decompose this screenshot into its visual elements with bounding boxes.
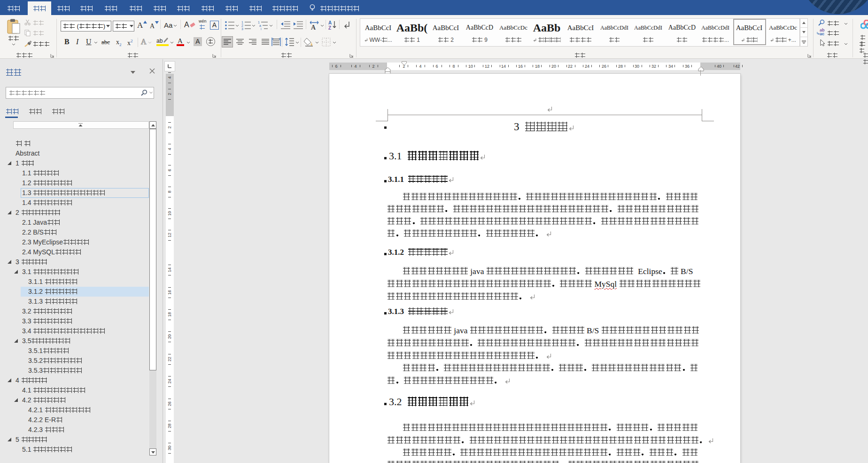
svg-text:Z: Z (328, 25, 331, 30)
svg-text:A: A (328, 20, 332, 25)
svg-text:1: 1 (258, 21, 260, 24)
svg-text:2: 2 (241, 24, 243, 27)
svg-text:A: A (311, 24, 316, 30)
svg-text:a: a (259, 24, 261, 27)
svg-text:1: 1 (241, 21, 243, 24)
svg-text:i: i (261, 27, 262, 30)
svg-text:3: 3 (241, 27, 243, 30)
